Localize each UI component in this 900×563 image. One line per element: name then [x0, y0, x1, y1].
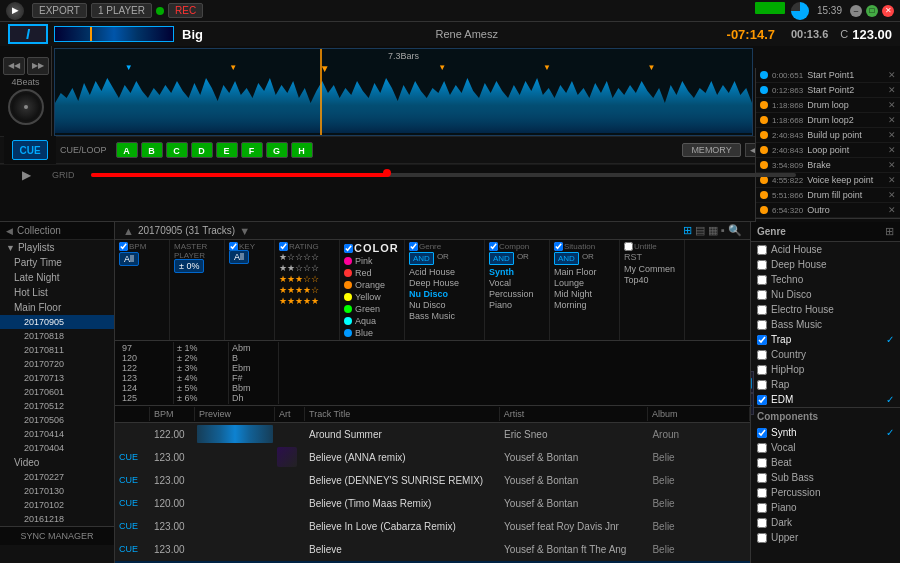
- cue-x-icon[interactable]: ✕: [888, 100, 896, 110]
- sidebar-item-20170720[interactable]: 20170720: [0, 357, 114, 371]
- component-item-synth[interactable]: Synth ✓: [751, 425, 900, 440]
- col-header-artwork[interactable]: Art: [275, 407, 305, 421]
- component-item-dark[interactable]: Dark: [751, 515, 900, 530]
- compon-percussion[interactable]: Percussion: [489, 289, 545, 299]
- compon-and-tag[interactable]: AND: [489, 252, 514, 265]
- compon-piano[interactable]: Piano: [489, 300, 545, 310]
- key-val-f#[interactable]: F#: [232, 373, 275, 383]
- genre-item-bass-music[interactable]: Bass Music: [751, 317, 900, 332]
- master-val-2[interactable]: ± 2%: [177, 353, 225, 363]
- component-item-piano[interactable]: Piano: [751, 500, 900, 515]
- play-button[interactable]: ▶: [22, 168, 31, 182]
- master-val-3[interactable]: ± 3%: [177, 363, 225, 373]
- track-preview[interactable]: [195, 540, 275, 558]
- component-checkbox[interactable]: [757, 428, 767, 438]
- rating-checkbox[interactable]: [279, 242, 288, 251]
- minimize-button[interactable]: –: [850, 5, 862, 17]
- next-button[interactable]: ▶▶: [27, 57, 49, 75]
- compon-checkbox[interactable]: [489, 242, 498, 251]
- list-view-icon[interactable]: ⊞: [683, 224, 692, 237]
- cue-x-icon[interactable]: ✕: [888, 205, 896, 215]
- component-checkbox[interactable]: [757, 488, 767, 498]
- untitle-top40[interactable]: Top40: [624, 275, 680, 285]
- track-row[interactable]: 122.00 Around Summer Eric Sneo Aroun: [115, 423, 750, 446]
- export-button[interactable]: EXPORT: [32, 3, 87, 18]
- genre-checkbox[interactable]: [757, 305, 767, 315]
- cue-point-item[interactable]: 6:54:320 Outro ✕: [756, 203, 900, 218]
- genre-checkbox[interactable]: [757, 380, 767, 390]
- bpm-val-124[interactable]: 124: [122, 383, 170, 393]
- genre-item-rap[interactable]: Rap: [751, 377, 900, 392]
- genre-checkbox[interactable]: [757, 260, 767, 270]
- bpm-val-97[interactable]: 97: [122, 343, 170, 353]
- genre-checkbox[interactable]: [757, 245, 767, 255]
- genre-checkbox[interactable]: [409, 242, 418, 251]
- component-item-beat[interactable]: Beat: [751, 455, 900, 470]
- panel-right-arrow[interactable]: ▶: [750, 393, 754, 415]
- sidebar-item-20170512[interactable]: 20170512: [0, 399, 114, 413]
- master-val-6[interactable]: ± 6%: [177, 393, 225, 403]
- hotcue-btn-e[interactable]: E: [216, 142, 238, 158]
- genre-item-country[interactable]: Country: [751, 347, 900, 362]
- cue-x-icon[interactable]: ✕: [888, 85, 896, 95]
- sidebar-item-20170905[interactable]: 20170905: [0, 315, 114, 329]
- sidebar-item-20170713[interactable]: 20170713: [0, 371, 114, 385]
- key-val-ebm[interactable]: Ebm: [232, 363, 275, 373]
- master-zero-tag[interactable]: ± 0%: [174, 259, 204, 273]
- bpm-val-125[interactable]: 125: [122, 393, 170, 403]
- genre-item-hiphop[interactable]: HipHop: [751, 362, 900, 377]
- genre-deep[interactable]: Deep House: [409, 278, 480, 288]
- sidebar-item-20170601[interactable]: 20170601: [0, 385, 114, 399]
- vinyl-knob[interactable]: [8, 89, 44, 125]
- component-checkbox[interactable]: [757, 518, 767, 528]
- genre-nu-disco-2[interactable]: Nu Disco: [409, 300, 480, 310]
- genre-item-deep-house[interactable]: Deep House: [751, 257, 900, 272]
- bpm-val-122[interactable]: 122: [122, 363, 170, 373]
- rating-1star[interactable]: ★☆☆☆☆: [279, 252, 335, 262]
- rating-2star[interactable]: ★★☆☆☆: [279, 263, 335, 273]
- track-preview[interactable]: [195, 517, 275, 535]
- search-icon[interactable]: 🔍: [728, 224, 742, 237]
- color-green-row[interactable]: Green: [344, 304, 400, 314]
- memory-button[interactable]: MEMORY: [682, 143, 740, 157]
- track-preview[interactable]: [195, 471, 275, 489]
- genre-nu-disco[interactable]: Nu Disco: [409, 289, 480, 299]
- bpm-val-123[interactable]: 123: [122, 373, 170, 383]
- situation-checkbox[interactable]: [554, 242, 563, 251]
- component-item-percussion[interactable]: Percussion: [751, 485, 900, 500]
- col-header-bpm[interactable]: BPM: [150, 407, 195, 421]
- genre-acid[interactable]: Acid House: [409, 267, 480, 277]
- cue-x-icon[interactable]: ✕: [888, 175, 896, 185]
- col-header-title[interactable]: Track Title: [305, 407, 500, 421]
- cue-point-item[interactable]: 5:51:866 Drum fill point ✕: [756, 188, 900, 203]
- bpm-checkbox[interactable]: [119, 242, 128, 251]
- settings-wheel[interactable]: [791, 2, 809, 20]
- prev-button[interactable]: ◀◀: [3, 57, 25, 75]
- genre-checkbox[interactable]: [757, 335, 767, 345]
- master-val-1[interactable]: ± 1%: [177, 343, 225, 353]
- track-row[interactable]: CUE 123.00 Believe (ANNA remix) Yousef &…: [115, 446, 750, 469]
- sync-manager-button[interactable]: SYNC MANAGER: [0, 526, 114, 545]
- rating-4star[interactable]: ★★★★☆: [279, 285, 335, 295]
- panel-left-arrow[interactable]: ◀: [750, 371, 754, 393]
- color-checkbox[interactable]: [344, 244, 353, 253]
- cue-point-item[interactable]: 0:00:651 Start Point1 ✕: [756, 68, 900, 83]
- info-view-icon[interactable]: ▪: [721, 224, 725, 237]
- color-yellow-row[interactable]: Yellow: [344, 292, 400, 302]
- rating-3star[interactable]: ★★★☆☆: [279, 274, 335, 284]
- sidebar-item-20170811[interactable]: 20170811: [0, 343, 114, 357]
- rst-button[interactable]: RST: [624, 252, 642, 262]
- genre-checkbox[interactable]: [757, 290, 767, 300]
- cue-button[interactable]: CUE: [12, 140, 48, 160]
- sidebar-item-20170102[interactable]: 20170102: [0, 498, 114, 512]
- sidebar-item-20161218[interactable]: 20161218: [0, 512, 114, 526]
- genre-checkbox[interactable]: [757, 320, 767, 330]
- component-checkbox[interactable]: [757, 473, 767, 483]
- track-preview[interactable]: [195, 448, 275, 466]
- sort-up-icon[interactable]: ▲: [123, 225, 134, 237]
- track-row[interactable]: CUE 123.00 Believe In Love (Cabarza Remi…: [115, 515, 750, 538]
- sit-morning[interactable]: Morning: [554, 300, 615, 310]
- key-val-abm[interactable]: Abm: [232, 343, 275, 353]
- component-checkbox[interactable]: [757, 443, 767, 453]
- sidebar-item-20170227[interactable]: 20170227: [0, 470, 114, 484]
